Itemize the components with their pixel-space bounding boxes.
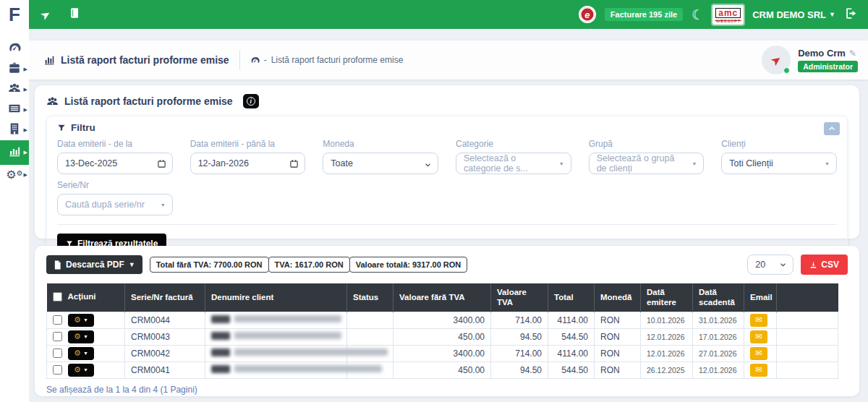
date-to-value[interactable] [198, 158, 286, 168]
user-block[interactable]: ➤ Demo Crm ✎ Administrator [762, 46, 858, 74]
group-placeholder: Selectează o grupă de clienți [597, 153, 685, 174]
net-cell: 3400.00 [393, 312, 491, 328]
briefcase-icon [8, 61, 21, 77]
breadcrumb-section-label: Listă raport facturi proforme emise [61, 54, 229, 66]
page-title: Listă raport facturi proforme emise [64, 95, 233, 107]
pagination-summary: Se afișează de la 1 la 4 din 4 (1 Pagini… [46, 385, 848, 395]
sidebar-item-clients[interactable]: ▶ [0, 80, 29, 100]
currency-select[interactable]: Toate [323, 153, 438, 174]
email-button[interactable]: ✉ [750, 347, 767, 360]
serie-cell: CRM0043 [125, 328, 205, 345]
date-to-input[interactable] [190, 153, 306, 174]
row-checkbox[interactable] [53, 315, 62, 325]
paper-plane-icon: ➤ [767, 51, 785, 69]
breadcrumb-separator: - [264, 55, 267, 65]
edit-profile-icon[interactable]: ✎ [849, 48, 856, 59]
row-actions-button[interactable]: ⚙▼ [68, 314, 94, 327]
chevron-right-icon: ▶ [24, 107, 27, 113]
filter-panel: Filtru Data emiterii - de la Data emiter… [46, 116, 848, 263]
field-label-date-from: Data emiterii - de la [57, 139, 173, 149]
export-csv-button[interactable]: CSV [801, 255, 848, 275]
client-cell [205, 362, 347, 378]
logout-icon[interactable] [844, 7, 858, 23]
chevron-down-icon: ▼ [129, 261, 135, 268]
header-tva: Valoare TVA [491, 283, 548, 312]
clients-select[interactable]: Toti Clienții ▼ [721, 153, 837, 174]
client-redacted [211, 365, 382, 373]
row-checkbox[interactable] [53, 348, 62, 358]
gears-icon: ⚙⚙ [6, 169, 22, 181]
info-icon: i [247, 97, 255, 106]
moon-icon[interactable]: ☾ [692, 8, 704, 22]
blank-cell [777, 362, 838, 378]
sidebar-item-lists[interactable]: ▶ [0, 100, 29, 120]
field-label-date-to: Data emiterii - până la [190, 139, 306, 149]
email-button[interactable]: ✉ [750, 314, 767, 327]
page-size-select[interactable]: 20 [747, 255, 793, 275]
download-pdf-button[interactable]: Descarcă PDF ▼ [46, 255, 142, 274]
header-total: Total [548, 283, 595, 312]
chevron-right-icon: ▶ [24, 150, 27, 155]
sidebar-item-briefcase[interactable]: ▶ [0, 59, 29, 80]
book-icon[interactable] [69, 7, 80, 22]
row-actions-button[interactable]: ⚙▼ [68, 364, 94, 377]
table-row: ⚙▼ CRM0043 450.00 94.50 544.50 RON 12.01… [47, 328, 838, 345]
row-actions-button[interactable]: ⚙▼ [68, 347, 94, 360]
results-card: Descarcă PDF ▼ Total fără TVA: 7700.00 R… [35, 246, 859, 396]
date-due-cell: 27.01.2026 [693, 345, 744, 362]
screen: F ▶ ▶ ▶ ▶ ▶ [0, 0, 868, 402]
dashboard-icon [250, 56, 260, 65]
download-icon [809, 261, 817, 269]
building-icon [8, 122, 21, 138]
header-status: Status [347, 283, 393, 312]
sidebar-item-dashboard[interactable] [0, 39, 29, 59]
sidebar-item-reports[interactable]: ▶ [0, 140, 29, 165]
breadcrumb[interactable]: - Listă raport facturi proforme emise [250, 55, 404, 65]
app-logo[interactable]: F [0, 0, 29, 29]
serie-select[interactable]: Caută după serie/nr ▼ [57, 194, 173, 215]
calendar-icon[interactable] [157, 159, 166, 171]
blank-cell [777, 328, 838, 345]
info-button[interactable]: i [243, 94, 259, 108]
currency-value: Toate [331, 158, 353, 168]
sidebar-item-company[interactable]: ▶ [0, 120, 29, 140]
total-net-chip: Total fără TVA: 7700.00 RON [150, 257, 269, 273]
category-select[interactable]: Selectează o categorie de s... ▼ [456, 153, 571, 174]
date-from-value[interactable] [65, 158, 153, 168]
header-serie: Serie/Nr factură [125, 283, 205, 312]
chevron-down-icon: ▼ [83, 334, 88, 339]
tva-cell: 714.00 [491, 345, 548, 362]
email-button[interactable]: ✉ [750, 364, 767, 377]
sidebar: F ▶ ▶ ▶ ▶ ▶ [0, 0, 29, 402]
role-badge: Administrator [798, 61, 858, 72]
page-size-value: 20 [755, 260, 765, 270]
select-all-checkbox[interactable] [53, 292, 62, 302]
row-actions-button[interactable]: ⚙▼ [68, 330, 94, 343]
send-icon[interactable]: ➤ [38, 6, 53, 22]
clients-value: Toti Clienții [729, 158, 773, 168]
amc-websoft-logo[interactable]: amc WEBSOFT [712, 5, 744, 25]
date-from-input[interactable] [57, 153, 173, 174]
chevron-down-icon: ▼ [83, 317, 88, 322]
efactura-icon[interactable]: e [579, 6, 596, 23]
sidebar-item-settings[interactable]: ⚙⚙ ▶ [0, 165, 29, 185]
totals-group: Total fără TVA: 7700.00 RON TVA: 1617.00… [150, 257, 467, 273]
total-cell: 4114.00 [548, 312, 595, 328]
collapse-filter-button[interactable] [824, 122, 840, 135]
gear-icon: ⚙ [74, 316, 81, 324]
header-currency: Monedă [595, 283, 641, 312]
header-date-due: Dată scadentă [693, 283, 744, 312]
row-checkbox[interactable] [53, 365, 62, 375]
email-button[interactable]: ✉ [750, 330, 767, 343]
calendar-icon[interactable] [289, 159, 299, 171]
status-cell [347, 312, 393, 328]
row-checkbox[interactable] [53, 332, 62, 341]
currency-cell: RON [595, 328, 641, 345]
avatar[interactable]: ➤ [762, 46, 791, 74]
chevron-down-icon: ▼ [83, 351, 88, 356]
report-card: Listă raport facturi proforme emise i Fi… [35, 85, 859, 239]
serie-cell: CRM0042 [125, 345, 205, 362]
company-menu[interactable]: CRM DEMO SRL ▼ [752, 9, 835, 20]
date-due-cell: 12.01.2026 [693, 362, 744, 378]
group-select[interactable]: Selectează o grupă de clienți ▼ [589, 153, 705, 174]
